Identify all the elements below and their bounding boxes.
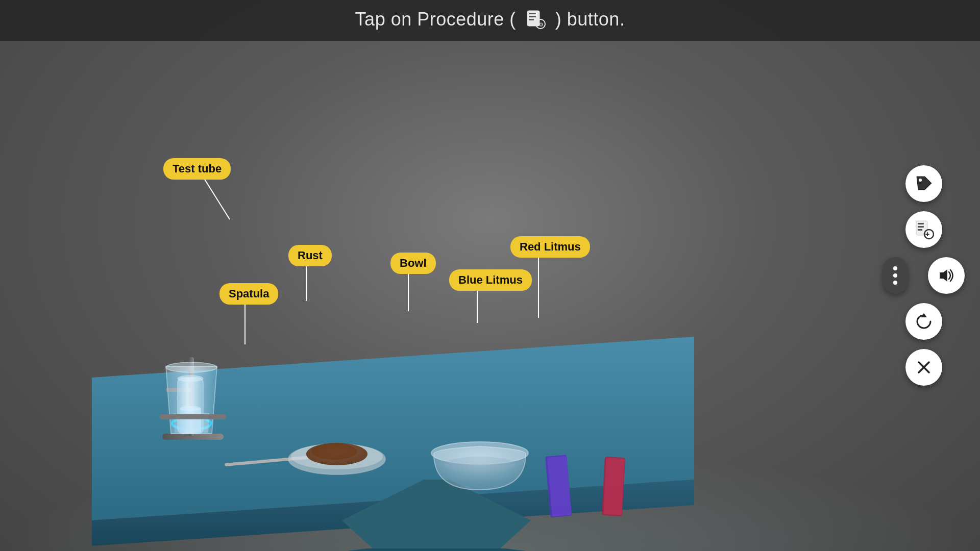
svg-marker-46 — [940, 269, 947, 282]
test-tube-label: Test tube — [163, 158, 231, 180]
svg-text:⚙: ⚙ — [538, 21, 544, 28]
svg-point-21 — [311, 443, 357, 460]
close-icon — [914, 357, 934, 378]
svg-rect-27 — [603, 458, 625, 515]
svg-point-13 — [166, 362, 217, 372]
toolbar — [883, 165, 965, 386]
lab-table-svg — [66, 235, 704, 551]
header-bar: Tap on Procedure ( ⚙ ) button. — [0, 0, 980, 41]
bowl-label: Bowl — [390, 253, 436, 274]
svg-rect-30 — [529, 16, 536, 17]
red-litmus-line — [538, 257, 559, 318]
reset-button[interactable] — [905, 303, 942, 340]
svg-rect-44 — [918, 229, 922, 231]
more-options-button[interactable] — [883, 257, 908, 294]
svg-rect-29 — [529, 13, 536, 14]
svg-rect-31 — [529, 19, 534, 20]
reset-icon — [914, 311, 934, 332]
procedure-button[interactable] — [905, 211, 942, 248]
blue-litmus-line — [477, 290, 498, 331]
test-tube-line — [204, 179, 265, 230]
rust-line — [306, 265, 327, 306]
dot2 — [893, 273, 897, 278]
spatula-label: Spatula — [219, 283, 278, 305]
close-button[interactable] — [905, 349, 942, 386]
options-row — [883, 257, 965, 294]
procedure-icon-inline: ⚙ — [524, 9, 547, 31]
procedure-icon — [914, 219, 934, 240]
rust-label: Rust — [288, 245, 332, 266]
tag-button[interactable] — [905, 165, 942, 202]
instruction-text: Tap on Procedure ( ⚙ ) button. — [355, 9, 625, 32]
svg-line-34 — [204, 179, 230, 219]
spatula-line — [245, 304, 276, 355]
svg-point-40 — [919, 179, 922, 182]
svg-rect-15 — [160, 414, 226, 419]
dot1 — [893, 266, 897, 270]
bowl-line — [408, 273, 429, 314]
red-litmus-label: Red Litmus — [510, 236, 590, 258]
volume-icon — [936, 265, 957, 286]
svg-rect-43 — [918, 226, 924, 228]
svg-marker-3 — [347, 548, 526, 551]
tag-icon — [914, 173, 934, 194]
volume-button[interactable] — [928, 257, 965, 294]
svg-rect-42 — [918, 223, 924, 224]
svg-point-23 — [444, 457, 516, 472]
blue-litmus-label: Blue Litmus — [449, 269, 532, 291]
dot3 — [893, 281, 897, 285]
